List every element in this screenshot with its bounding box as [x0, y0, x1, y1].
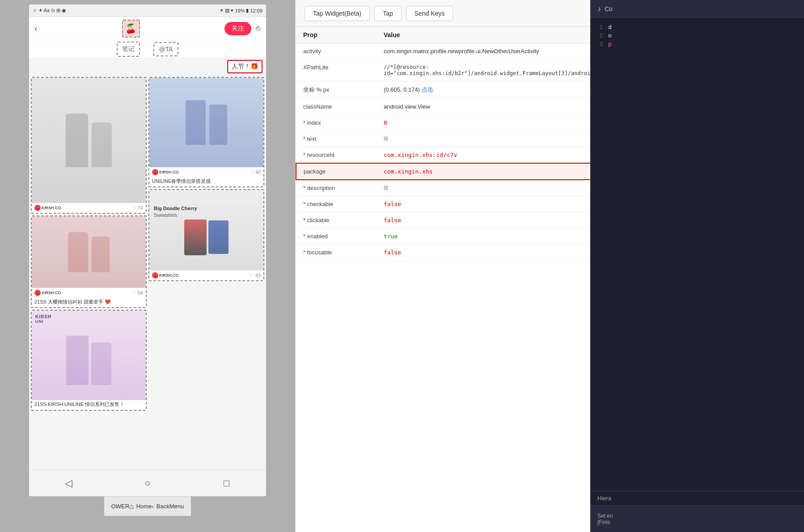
line-num-2: 2 [590, 33, 608, 39]
tap-widget-button[interactable]: Tap Widget(Beta) [305, 6, 370, 21]
col-value-header: Value [377, 27, 590, 43]
prop-description: * description [296, 180, 377, 196]
value-classname: android.view.View [377, 99, 590, 115]
like-num-3: 54 [138, 290, 143, 296]
music-icon: ♪ [597, 5, 601, 13]
grid-item-1[interactable]: 🍒 KIRSH.CO ♡ 74 [31, 77, 147, 214]
brand-name-4: KIRSH.CO [159, 273, 179, 278]
table-row: * checkable false [296, 196, 590, 212]
code-content: 1 d 2 n 3 p [590, 18, 804, 491]
prop-activity: activity [296, 43, 377, 59]
back-nav-button[interactable]: ◁ [57, 474, 80, 492]
tab-notes[interactable]: 笔记 [117, 42, 140, 57]
code-line-1: 1 d [590, 23, 804, 32]
grid-item-2[interactable]: 🍒 KIRSH.CO ♡ 40 UNILINE春季情侣穿搭灵感 [148, 77, 264, 187]
left-column: 🍒 KIRSH.CO ♡ 74 [31, 77, 147, 411]
recent-nav-button[interactable]: □ [216, 474, 238, 492]
grid-item-3-image [32, 216, 146, 288]
taskbar: OWER ⌂ Home ‹ Back Menu [104, 496, 191, 516]
table-row: activity com.xingin.matrix.profile.newpr… [296, 43, 590, 59]
value-enabled: true [377, 228, 590, 245]
value-description [377, 180, 590, 196]
status-icons: ☆ ✦ Aa ⊙ ⊞ ◉ [33, 8, 66, 13]
grid-item-4[interactable]: Big Doodle Cherry Sweatshirts 🍒 [148, 189, 264, 281]
line-num-3: 3 [590, 41, 608, 48]
status-bar-left: ☆ ✦ Aa ⊙ ⊞ ◉ [33, 8, 66, 13]
value-focusable: false [377, 245, 590, 261]
line-num-1: 1 [590, 24, 608, 31]
code-panel: ♪ Co 1 d 2 n 3 p Hiera Set en [Finis [590, 0, 804, 532]
battery-percent: 19% [235, 8, 245, 13]
profile-logo: 🍒 [122, 20, 140, 38]
grid-item-3-meta: 🍒 KIRSH.CO ♡ 54 [32, 288, 146, 298]
footer-line-2: [Finis [597, 519, 797, 525]
table-row: * index 0 [296, 115, 590, 131]
prop-package: package [296, 163, 377, 180]
value-xpathlite: //*[@resource-id="com.xingin.xhs:id/b2r"… [377, 59, 590, 81]
send-keys-button[interactable]: Send Keys [406, 6, 453, 21]
like-count-3: ♡ 54 [132, 290, 143, 296]
table-body: activity com.xingin.matrix.profile.newpr… [296, 43, 590, 261]
battery-icon: ▮ [246, 8, 249, 13]
value-resourceid: com.xingin.xhs:id/c7v [377, 147, 590, 164]
prop-checkable: * checkable [296, 196, 377, 212]
table-row: XPathLite //*[@resource-id="com.xingin.x… [296, 59, 590, 81]
table-row: * focusable false [296, 245, 590, 261]
code-line-2: 2 n [590, 32, 804, 40]
prop-index: * index [296, 115, 377, 131]
taskbar-menu[interactable]: Menu [169, 503, 184, 510]
bottom-nav: ◁ ○ □ [29, 469, 266, 496]
phone-panel: ☆ ✦ Aa ⊙ ⊞ ◉ ✶ ▨ ▾ 19% ▮ 12:09 ‹ 🍒 关注 ⎋ [0, 0, 295, 532]
signal-icon: ▨ [225, 8, 229, 13]
content-area: 人节！🎁 [29, 58, 266, 469]
value-clickable: false [377, 212, 590, 228]
grid-item-4-meta: 🍒 KIRSH.CO ♡ 43 [149, 270, 263, 280]
grid-item-5[interactable]: KIRSH UNI 21SS KIRSH UNILINE 情侣系列已发售！ [31, 310, 147, 410]
coord-click-link[interactable]: 点击 [422, 86, 433, 93]
prop-xpathlite: XPathLite [296, 59, 377, 81]
like-count-4: ♡ 43 [250, 273, 261, 279]
right-column: 🍒 KIRSH.CO ♡ 40 UNILINE春季情侣穿搭灵感 [148, 77, 264, 411]
prop-text: * text [296, 131, 377, 147]
col-prop-header: Prop [296, 27, 377, 43]
properties-table: Prop Value activity com.xingin.matrix.pr… [296, 27, 590, 261]
back-button[interactable]: ‹ [34, 23, 38, 34]
tab-at[interactable]: @TA [153, 42, 178, 56]
code-panel-title: Co [605, 5, 613, 13]
time: 12:09 [250, 8, 262, 13]
like-num-2: 40 [255, 169, 261, 175]
brand-dot-4: 🍒 [152, 272, 158, 279]
table-row: * enabled true [296, 228, 590, 245]
home-nav-button[interactable]: ○ [136, 474, 159, 492]
taskbar-back[interactable]: ‹ Back [152, 503, 169, 510]
follow-button[interactable]: 关注 [224, 22, 251, 35]
taskbar-home[interactable]: ⌂ Home [129, 502, 152, 511]
taskbar-power[interactable]: OWER [111, 503, 129, 510]
back-chevron-icon: ‹ [152, 503, 154, 510]
grid-layout: 🍒 KIRSH.CO ♡ 74 [31, 77, 264, 411]
like-num-1: 74 [138, 205, 143, 211]
brand-badge-3: 🍒 KIRSH.CO [34, 290, 61, 296]
hier-label: Hiera [590, 491, 804, 505]
grid-item-3[interactable]: 🍒 KIRSH.CO ♡ 54 21SS 大樱桃情侣衬衫 甜蜜牵手 ❤️ [31, 215, 147, 308]
value-checkable: false [377, 196, 590, 212]
brand-badge-4: 🍒 KIRSH.CO [152, 272, 179, 279]
menu-label: Menu [169, 503, 184, 510]
brand-name-2: KIRSH.CO [159, 170, 179, 174]
value-coord: (0.605, 0.174) 点击 [377, 81, 590, 99]
tap-button[interactable]: Tap [374, 6, 402, 21]
phone-screen: ☆ ✦ Aa ⊙ ⊞ ◉ ✶ ▨ ▾ 19% ▮ 12:09 ‹ 🍒 关注 ⎋ [29, 4, 266, 496]
value-activity: com.xingin.matrix.profile.newprofile.ui.… [377, 43, 590, 59]
brand-dot-3: 🍒 [34, 290, 41, 296]
nav-bar: ‹ 🍒 关注 ⎋ [29, 17, 266, 40]
brand-name-1: KIRSH.CO [42, 206, 61, 210]
grid-item-5-image: KIRSH UNI [32, 311, 146, 400]
table-row-package-highlighted: package com.xingin.xhs [296, 163, 590, 180]
table-row: 坐标 % px (0.605, 0.174) 点击 [296, 81, 590, 99]
heart-icon-2: ♡ [250, 169, 254, 175]
heart-icon-4: ♡ [250, 273, 254, 279]
share-button[interactable]: ⎋ [256, 24, 261, 33]
heart-icon-1: ♡ [132, 205, 137, 211]
code-footer: Set en [Finis [590, 505, 804, 532]
coord-value: (0.605, 0.174) [384, 86, 420, 93]
